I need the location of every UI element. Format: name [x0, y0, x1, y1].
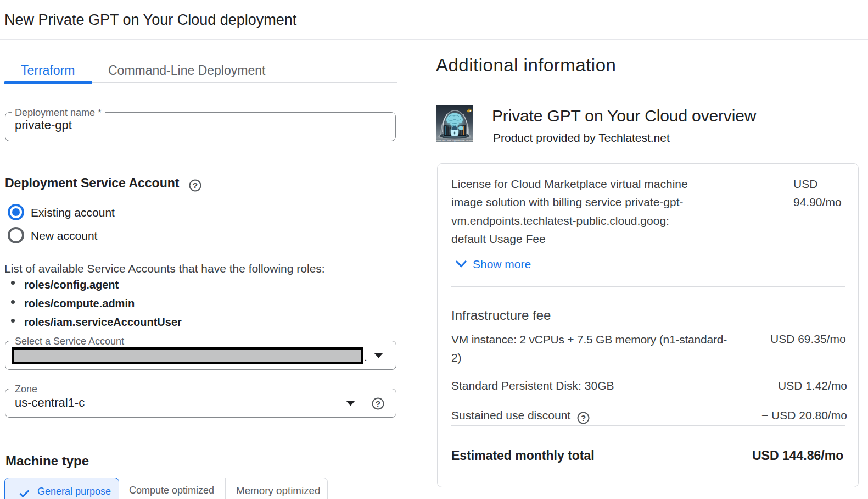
svg-text:?: ?: [581, 413, 586, 423]
svg-text:?: ?: [193, 181, 198, 190]
svg-text:Private GPT with support from: Private GPT with support from Techlatest: [436, 139, 473, 142]
svg-text:?: ?: [376, 399, 380, 408]
